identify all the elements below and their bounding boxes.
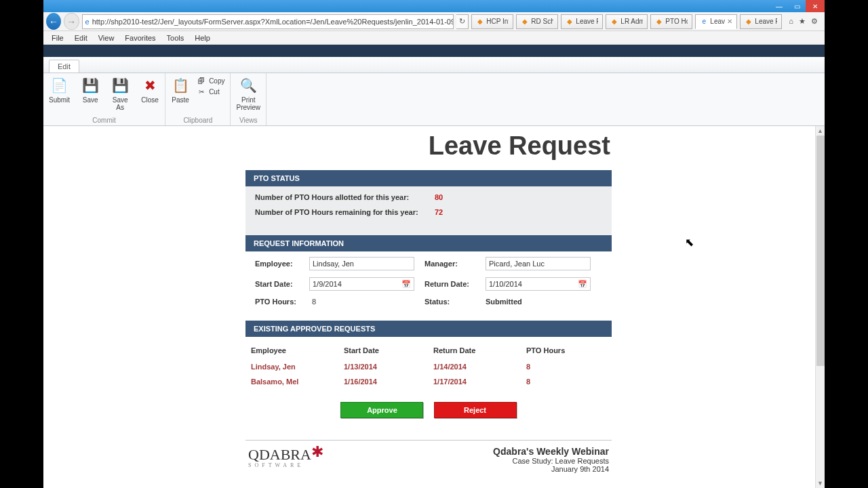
ie-icon: e: [85, 17, 90, 26]
ribbon-group-label: Views: [231, 115, 266, 125]
pto-status-panel: Number of PTO Hours allotted for this ye…: [245, 186, 612, 235]
close-form-button[interactable]: ✖ Close: [135, 73, 165, 104]
col-hours: PTO Hours: [526, 344, 606, 359]
sharepoint-icon: ◆: [610, 18, 618, 26]
table-row: Lindsay, Jen 1/13/2014 1/14/2014 8: [251, 360, 606, 373]
employee-label: Employee:: [255, 260, 309, 268]
manager-label: Manager:: [425, 260, 486, 268]
titlebar: — ▭ ✕: [43, 0, 825, 12]
section-pto-status: PTO STATUS: [245, 170, 612, 186]
cut-button[interactable]: ✂Cut: [197, 87, 224, 96]
tab-rd[interactable]: ◆RD Sche...: [516, 14, 558, 29]
footer-date: January 9th 2014: [493, 465, 609, 473]
pto-allotted-value: 80: [435, 193, 443, 201]
close-button[interactable]: ✕: [806, 0, 825, 12]
paste-button[interactable]: 📋 Paste: [165, 73, 195, 104]
pto-hours-label: PTO Hours:: [255, 298, 309, 306]
paste-icon: 📋: [171, 76, 190, 95]
menu-favorites[interactable]: Favorites: [119, 33, 161, 43]
nav-icons: ⌂ ★ ⚙: [785, 17, 822, 26]
content-area: Edit 📄 Submit 💾 Save 💾 Save As: [43, 45, 825, 488]
menu-tools[interactable]: Tools: [161, 33, 190, 43]
pto-hours-value: 8: [309, 298, 425, 306]
employee-field[interactable]: Lindsay, Jen: [309, 257, 414, 270]
sharepoint-icon: ◆: [521, 18, 529, 26]
menubar: File Edit View Favorites Tools Help: [43, 31, 825, 45]
forward-button[interactable]: →: [64, 13, 79, 30]
save-button[interactable]: 💾 Save: [75, 73, 105, 104]
pto-allotted-label: Number of PTO Hours allotted for this ye…: [255, 193, 435, 201]
navbar: ← → e http://shp2010-test2/Jen/_layouts/…: [43, 12, 825, 31]
menu-view[interactable]: View: [93, 33, 120, 43]
ribbon-group-label: Commit: [43, 115, 165, 125]
save-as-button[interactable]: 💾 Save As: [105, 73, 135, 111]
sharepoint-icon: ◆: [745, 18, 753, 26]
close-form-icon: ✖: [140, 76, 159, 95]
menu-file[interactable]: File: [46, 33, 69, 43]
return-date-field[interactable]: 1/10/2014📅: [486, 277, 591, 291]
existing-panel: Employee Start Date Return Date PTO Hour…: [245, 337, 612, 440]
url-bar[interactable]: e http://shp2010-test2/Jen/_layouts/Form…: [82, 14, 454, 29]
existing-table: Employee Start Date Return Date PTO Hour…: [250, 342, 608, 390]
sp-tab-edit[interactable]: Edit: [49, 60, 79, 73]
tab-hcp[interactable]: ◆HCP Int...: [471, 14, 513, 29]
scroll-down-icon[interactable]: ▼: [816, 479, 825, 488]
manager-field[interactable]: Picard, Jean Luc: [486, 257, 591, 270]
start-date-label: Start Date:: [255, 280, 309, 288]
tab-lradm[interactable]: ◆LR Adm...: [606, 14, 648, 29]
menu-help[interactable]: Help: [189, 33, 216, 43]
ribbon-group-clipboard: 📋 Paste 🗐Copy ✂Cut Clipboard: [165, 73, 231, 125]
sharepoint-icon: ◆: [476, 18, 484, 26]
col-return: Return Date: [433, 344, 525, 359]
tab-leav-active[interactable]: eLeav...✕: [695, 14, 737, 29]
calendar-icon[interactable]: 📅: [578, 279, 587, 289]
approve-button[interactable]: Approve: [340, 402, 423, 418]
tab-pto[interactable]: ◆PTO Ho...: [650, 14, 692, 29]
tab-leave1[interactable]: ◆Leave R...: [561, 14, 603, 29]
submit-button[interactable]: 📄 Submit: [43, 73, 75, 104]
footer-title: Qdabra's Weekly Webinar: [493, 446, 609, 457]
browser-window: — ▭ ✕ ← → e http://shp2010-test2/Jen/_la…: [43, 0, 825, 488]
ie-icon: e: [700, 18, 708, 26]
col-start: Start Date: [344, 344, 432, 359]
favorites-icon[interactable]: ★: [799, 17, 806, 26]
calendar-icon[interactable]: 📅: [401, 279, 411, 289]
status-value: Submitted: [486, 298, 601, 306]
col-employee: Employee: [251, 344, 342, 359]
qdabra-logo: QDABRA✱ SOFTWARE: [248, 446, 323, 468]
pto-remaining-label: Number of PTO Hours remaining for this y…: [255, 208, 435, 216]
sp-header-bar: [43, 45, 825, 57]
footer-subtitle: Case Study: Leave Requests: [493, 457, 609, 465]
scrollbar[interactable]: ▲ ▼: [815, 126, 825, 488]
sharepoint-icon: ◆: [655, 18, 663, 26]
tools-icon[interactable]: ⚙: [811, 17, 818, 26]
ribbon-group-label: Clipboard: [165, 115, 230, 125]
print-preview-button[interactable]: 🔍 Print Preview: [231, 73, 266, 111]
scroll-up-icon[interactable]: ▲: [816, 126, 825, 136]
page-title: Leave Request: [245, 129, 612, 170]
back-button[interactable]: ←: [46, 13, 61, 30]
copy-icon: 🗐: [197, 76, 206, 85]
refresh-button[interactable]: ↻: [456, 14, 469, 29]
url-text: http://shp2010-test2/Jen/_layouts/FormSe…: [92, 18, 454, 26]
start-date-field[interactable]: 1/9/2014📅: [309, 277, 414, 291]
copy-button[interactable]: 🗐Copy: [197, 76, 224, 85]
ribbon-group-views: 🔍 Print Preview Views: [231, 73, 267, 125]
menu-edit[interactable]: Edit: [69, 33, 93, 43]
table-row: Balsamo, Mel 1/16/2014 1/17/2014 8: [251, 375, 606, 388]
scroll-thumb[interactable]: [816, 136, 825, 366]
reject-button[interactable]: Reject: [434, 402, 517, 418]
maximize-button[interactable]: ▭: [788, 0, 806, 12]
tab-leave2[interactable]: ◆Leave R...: [740, 14, 782, 29]
home-icon[interactable]: ⌂: [789, 17, 793, 26]
return-date-label: Return Date:: [425, 280, 486, 288]
form-footer: QDABRA✱ SOFTWARE Qdabra's Weekly Webinar…: [245, 440, 612, 474]
ribbon: 📄 Submit 💾 Save 💾 Save As ✖ Close: [43, 73, 825, 126]
save-icon: 💾: [81, 76, 100, 95]
tab-close-icon[interactable]: ✕: [727, 18, 732, 25]
form-area: Leave Request PTO STATUS Number of PTO H…: [43, 126, 825, 488]
minimize-button[interactable]: —: [770, 0, 788, 12]
print-preview-icon: 🔍: [239, 76, 258, 95]
sp-tabrow: Edit: [43, 57, 825, 73]
section-request-info: REQUEST INFORMATION: [245, 235, 612, 251]
